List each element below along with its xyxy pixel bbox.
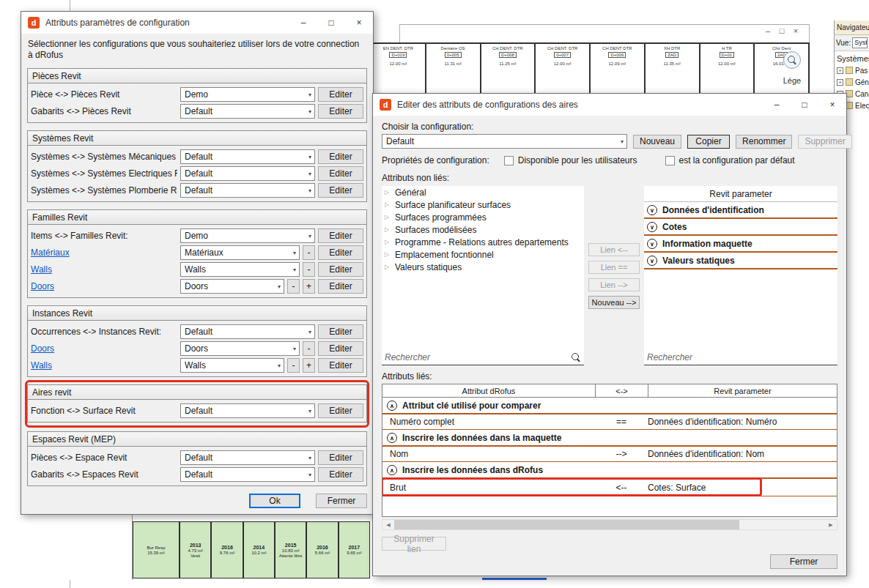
- config-select[interactable]: Default▾: [180, 450, 315, 465]
- tree-expander-icon[interactable]: ▷: [385, 201, 391, 208]
- scroll-left-icon[interactable]: ◀: [382, 522, 394, 528]
- nouveau-lien-button[interactable]: Nouveau -->: [588, 296, 640, 309]
- doors-link[interactable]: Doors: [31, 343, 54, 354]
- systems-tree-item[interactable]: + Pas d: [835, 64, 869, 76]
- default-config-checkbox[interactable]: [665, 156, 675, 165]
- edit-button[interactable]: Editer: [318, 228, 363, 243]
- dialog1-titlebar[interactable]: d Attributs paramètres de configuration …: [21, 12, 373, 34]
- scrollbar-thumb[interactable]: [394, 520, 739, 529]
- walls-link[interactable]: Walls: [31, 264, 52, 275]
- tree-expander-icon[interactable]: ▷: [385, 239, 391, 245]
- panel-close-icon[interactable]: ×: [791, 26, 800, 35]
- add-mapping-button[interactable]: +: [303, 279, 315, 294]
- config-select[interactable]: Default▾: [180, 183, 315, 198]
- tree-expander-icon[interactable]: ▷: [385, 264, 391, 270]
- scroll-right-icon[interactable]: ▶: [825, 522, 837, 528]
- revit-group-donnees-identification[interactable]: ∨Données d'identification: [644, 202, 837, 219]
- config-select[interactable]: Default▾: [180, 104, 315, 119]
- tree-item[interactable]: ▷Surfaces programmées: [382, 211, 584, 223]
- tree-item[interactable]: ▷Surface planificateur surfaces: [382, 198, 584, 211]
- config-select[interactable]: Doors▾: [180, 279, 284, 294]
- edit-button[interactable]: Editer: [318, 279, 363, 294]
- tree-expander-icon[interactable]: ▷: [385, 214, 391, 220]
- materiaux-link[interactable]: Matériaux: [31, 248, 70, 258]
- renommer-button[interactable]: Renommer: [736, 135, 792, 149]
- fermer-button[interactable]: Fermer: [770, 554, 837, 569]
- panel-minimize-icon[interactable]: –: [763, 26, 772, 35]
- config-select[interactable]: Default▾: [180, 467, 315, 482]
- revit-group-information-maquette[interactable]: ∨Information maquette: [644, 236, 837, 253]
- panel-restore-icon[interactable]: □: [777, 26, 786, 35]
- ok-button[interactable]: Ok: [249, 494, 300, 508]
- close-icon[interactable]: ×: [818, 94, 846, 116]
- tree-expander-icon[interactable]: ▷: [385, 189, 391, 196]
- remove-mapping-button[interactable]: -: [287, 358, 300, 373]
- tree-item[interactable]: ▷Valeurs statiques: [382, 261, 584, 273]
- edit-button[interactable]: Editer: [318, 87, 363, 102]
- config-select[interactable]: Default▾: [180, 324, 315, 339]
- table-row-brut-highlighted[interactable]: Brut <-- Cotes: Surface: [382, 479, 837, 496]
- walls-link[interactable]: Walls: [31, 360, 52, 371]
- available-users-checkbox[interactable]: [504, 156, 514, 165]
- edit-button[interactable]: Editer: [318, 245, 363, 260]
- config-select[interactable]: Demo▾: [180, 228, 315, 243]
- remove-mapping-button[interactable]: -: [303, 341, 315, 356]
- horizontal-scrollbar[interactable]: ◀ ▶: [382, 519, 837, 530]
- lien-egal-button[interactable]: Lien ==: [588, 261, 640, 274]
- nouveau-button[interactable]: Nouveau: [633, 135, 681, 149]
- tree-expander-icon[interactable]: ▷: [385, 251, 391, 258]
- expand-icon[interactable]: +: [837, 67, 843, 74]
- fermer-button[interactable]: Fermer: [316, 494, 367, 508]
- edit-button[interactable]: Editer: [318, 149, 363, 164]
- maximize-icon[interactable]: □: [791, 94, 818, 116]
- table-group-write-drofus[interactable]: ∧Inscrire les données dans dRofus: [382, 462, 837, 479]
- edit-button[interactable]: Editer: [318, 403, 363, 418]
- configuration-select[interactable]: Default▾: [382, 134, 627, 149]
- lien-droite-button[interactable]: Lien -->: [588, 278, 640, 291]
- revit-group-cotes[interactable]: ∨Cotes: [644, 219, 837, 236]
- tree-item[interactable]: ▷Général: [382, 186, 584, 198]
- tree-item[interactable]: ▷Surfaces modélisées: [382, 223, 584, 236]
- expand-icon[interactable]: +: [837, 79, 843, 86]
- config-select[interactable]: Doors▾: [180, 341, 300, 356]
- config-select[interactable]: Demo▾: [180, 87, 315, 102]
- systems-tree-item[interactable]: + Géni: [835, 76, 869, 88]
- close-icon[interactable]: ×: [345, 12, 373, 34]
- copier-button[interactable]: Copier: [687, 135, 730, 149]
- vue-select[interactable]: Systè: [852, 37, 868, 48]
- dialog2-titlebar[interactable]: d Editer des attributs de configurations…: [373, 94, 846, 116]
- add-mapping-button[interactable]: +: [303, 358, 315, 373]
- remove-mapping-button[interactable]: -: [287, 279, 300, 294]
- table-group-compare[interactable]: ∧Attribut clé utilisé pour comparer: [382, 398, 837, 414]
- config-select[interactable]: Default▾: [180, 403, 315, 418]
- tree-item[interactable]: ▷Emplacement focntionnel: [382, 248, 584, 261]
- remove-mapping-button[interactable]: -: [303, 245, 315, 260]
- config-select[interactable]: Walls▾: [180, 262, 300, 277]
- edit-button[interactable]: Editer: [318, 183, 363, 198]
- edit-button[interactable]: Editer: [318, 467, 363, 482]
- table-row[interactable]: Nom --> Données d'identification: Nom: [382, 447, 837, 462]
- config-select[interactable]: Default▾: [180, 166, 315, 181]
- zoom-wheel-button[interactable]: [783, 51, 801, 69]
- edit-button[interactable]: Editer: [318, 324, 363, 339]
- edit-button[interactable]: Editer: [318, 358, 363, 373]
- search-input[interactable]: [647, 352, 835, 362]
- maximize-icon[interactable]: □: [317, 12, 345, 34]
- edit-button[interactable]: Editer: [318, 262, 363, 277]
- search-input[interactable]: [385, 352, 572, 362]
- config-select[interactable]: Default▾: [180, 149, 315, 164]
- tree-item[interactable]: ▷Programme - Relations autres departemen…: [382, 236, 584, 248]
- edit-button[interactable]: Editer: [318, 104, 363, 119]
- edit-button[interactable]: Editer: [318, 166, 363, 181]
- lien-gauche-button[interactable]: Lien <--: [588, 243, 640, 256]
- edit-button[interactable]: Editer: [318, 341, 363, 356]
- config-select[interactable]: Matériaux▾: [180, 245, 300, 260]
- tree-expander-icon[interactable]: ▷: [385, 226, 391, 233]
- remove-mapping-button[interactable]: -: [303, 262, 315, 277]
- minimize-icon[interactable]: –: [763, 94, 791, 116]
- supprimer-button[interactable]: Supprimer: [798, 135, 851, 149]
- table-group-write-model[interactable]: ∧Inscrire les données dans la maquette: [382, 430, 837, 447]
- supprimer-lien-button[interactable]: Supprimer lien: [382, 537, 446, 551]
- table-row[interactable]: Numéro complet == Données d'identificati…: [382, 414, 837, 430]
- edit-button[interactable]: Editer: [318, 450, 363, 465]
